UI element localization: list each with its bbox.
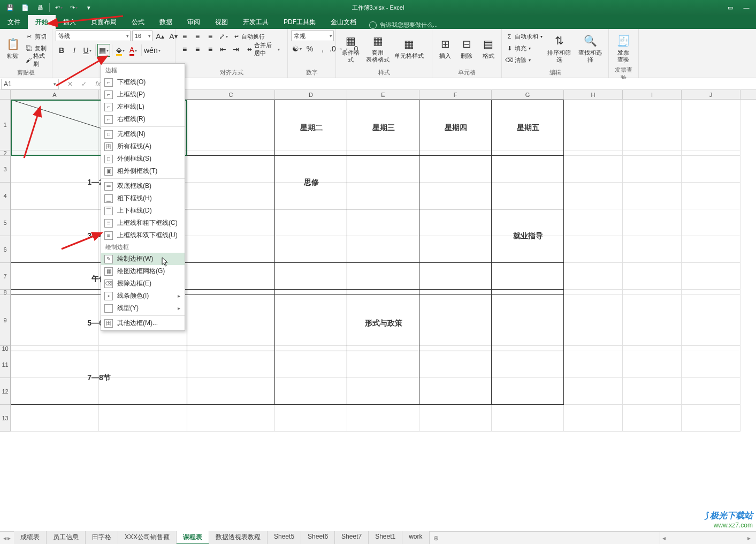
tab-file[interactable]: 文件 xyxy=(0,15,28,29)
col-header-D[interactable]: D xyxy=(275,90,347,99)
ribbon-collapse-icon[interactable]: ▭ xyxy=(723,2,738,13)
fill-color-button[interactable]: ⬙ xyxy=(114,44,126,56)
border-menu-item[interactable]: 线型(Y) xyxy=(101,302,185,314)
row-header-3[interactable]: 3 xyxy=(0,156,10,183)
add-sheet-button[interactable]: ⊕ xyxy=(430,534,442,542)
find-select-button[interactable]: 🔍查找和选择 xyxy=(576,31,605,66)
sheet-tab[interactable]: work xyxy=(402,531,429,544)
tab-view[interactable]: 视图 xyxy=(208,15,235,29)
sheet-tab[interactable]: 课程表 xyxy=(177,531,209,544)
border-menu-item[interactable]: □外侧框线(S) xyxy=(101,153,185,165)
currency-icon[interactable]: ☯ xyxy=(291,43,303,55)
border-menu-item[interactable]: ⌐下框线(O) xyxy=(101,76,185,88)
cell-styles-button[interactable]: ▦单元格样式 xyxy=(394,31,424,66)
sheet-tab[interactable]: Sheet1 xyxy=(369,531,402,544)
insert-cells-button[interactable]: ⊞插入 xyxy=(436,31,455,66)
tab-review[interactable]: 审阅 xyxy=(180,15,208,29)
col-header-J[interactable]: J xyxy=(682,90,740,99)
tab-pdf[interactable]: PDF工具集 xyxy=(276,15,323,29)
format-cells-button[interactable]: ▤格式 xyxy=(479,31,498,66)
border-menu-item[interactable]: ▁粗下框线(H) xyxy=(101,192,185,205)
col-header-I[interactable]: I xyxy=(623,90,682,99)
border-menu-item[interactable]: ▣粗外侧框线(T) xyxy=(101,165,185,177)
cell[interactable] xyxy=(682,263,740,290)
align-bottom-icon[interactable]: ≡ xyxy=(204,31,216,42)
cell[interactable] xyxy=(682,290,740,295)
row-header-4[interactable]: 4 xyxy=(0,183,10,209)
border-button[interactable]: ▦ xyxy=(98,44,110,56)
cell[interactable] xyxy=(623,183,682,209)
cell[interactable] xyxy=(275,405,347,432)
formula-input[interactable] xyxy=(106,79,756,89)
cell[interactable] xyxy=(564,378,623,405)
align-left-icon[interactable]: ≡ xyxy=(179,43,190,55)
cell[interactable] xyxy=(564,156,623,183)
border-menu-item[interactable]: ≡上框线和粗下框线(C) xyxy=(101,217,185,229)
indent-dec-icon[interactable]: ⇤ xyxy=(217,43,229,55)
border-menu-item[interactable]: ▔上下框线(D) xyxy=(101,205,185,217)
cell[interactable] xyxy=(564,290,623,295)
col-header-C[interactable]: C xyxy=(187,90,275,99)
row-header-8[interactable]: 8 xyxy=(0,290,10,295)
wrap-text-button[interactable]: ↵自动换行 xyxy=(230,31,269,42)
tab-nav[interactable]: ◂▸ xyxy=(0,534,14,542)
sheet-tab[interactable]: 员工信息 xyxy=(47,531,86,544)
autosum-button[interactable]: Σ自动求和▾ xyxy=(505,31,543,42)
tab-data[interactable]: 数据 xyxy=(152,15,180,29)
number-format-select[interactable]: 常规 xyxy=(291,31,334,41)
border-menu-item[interactable]: ≡上框线和双下框线(U) xyxy=(101,229,185,241)
cell[interactable] xyxy=(623,209,682,236)
cell[interactable] xyxy=(564,263,623,290)
tell-me-search[interactable]: 告诉我您想要做什么... xyxy=(364,21,443,29)
clear-button[interactable]: ⌫清除▾ xyxy=(505,54,543,66)
cell[interactable] xyxy=(682,378,740,405)
table-format-button[interactable]: ▦套用 表格格式 xyxy=(364,31,392,66)
delete-cells-button[interactable]: ⊟删除 xyxy=(457,31,476,66)
row-header-11[interactable]: 11 xyxy=(0,351,10,378)
row-header-13[interactable]: 13 xyxy=(0,405,10,432)
paste-button[interactable]: 📋 粘贴 xyxy=(3,31,23,66)
name-box[interactable]: A1 xyxy=(1,79,59,89)
cell[interactable] xyxy=(564,183,623,209)
orientation-icon[interactable]: ⤢ xyxy=(217,31,229,42)
cell[interactable] xyxy=(564,351,623,378)
border-menu-item[interactable]: ⌐上框线(P) xyxy=(101,88,185,101)
grow-font-icon[interactable]: A▴ xyxy=(154,31,166,42)
border-menu-item[interactable]: ⌐左框线(L) xyxy=(101,101,185,113)
tab-formulas[interactable]: 公式 xyxy=(124,15,152,29)
col-header-E[interactable]: E xyxy=(347,90,419,99)
tab-home[interactable]: 开始 xyxy=(28,15,56,29)
sheet-tab[interactable]: 田字格 xyxy=(86,531,118,544)
sort-filter-button[interactable]: ⇅排序和筛选 xyxy=(545,31,574,66)
cell[interactable] xyxy=(623,156,682,183)
row-header-12[interactable]: 12 xyxy=(0,378,10,405)
border-menu-item[interactable]: ▪线条颜色(I) xyxy=(101,290,185,302)
sheet-tab[interactable]: 成绩表 xyxy=(14,531,47,544)
conditional-format-button[interactable]: ▦条件格式 xyxy=(339,31,362,66)
qat-save-icon[interactable]: 💾 xyxy=(3,2,17,13)
cell[interactable] xyxy=(682,183,740,209)
tab-pagelayout[interactable]: 页面布局 xyxy=(83,15,124,29)
cell[interactable] xyxy=(682,236,740,263)
row-header-6[interactable]: 6 xyxy=(0,236,10,263)
col-header-H[interactable]: H xyxy=(564,90,623,99)
cell[interactable] xyxy=(623,100,682,150)
cell[interactable] xyxy=(682,295,740,346)
cell[interactable] xyxy=(682,150,740,156)
cell[interactable] xyxy=(419,405,492,432)
qat-undo-icon[interactable]: ↶ xyxy=(52,2,66,13)
cell[interactable] xyxy=(564,236,623,263)
border-menu-item[interactable]: ✎绘制边框(W) xyxy=(101,253,185,265)
align-right-icon[interactable]: ≡ xyxy=(204,43,216,55)
font-name-select[interactable]: 等线 xyxy=(56,31,131,41)
cell[interactable] xyxy=(564,346,623,351)
border-menu-item[interactable]: ⌫擦除边框(E) xyxy=(101,277,185,290)
cell[interactable] xyxy=(682,405,740,432)
sheet-tab[interactable]: Sheet6 xyxy=(301,531,335,544)
qat-redo-icon[interactable]: ↷ xyxy=(67,2,81,13)
cell[interactable] xyxy=(623,290,682,295)
row-header-10[interactable]: 10 xyxy=(0,346,10,351)
row-header-7[interactable]: 7 xyxy=(0,263,10,290)
cell[interactable] xyxy=(564,405,623,432)
cell[interactable] xyxy=(623,378,682,405)
